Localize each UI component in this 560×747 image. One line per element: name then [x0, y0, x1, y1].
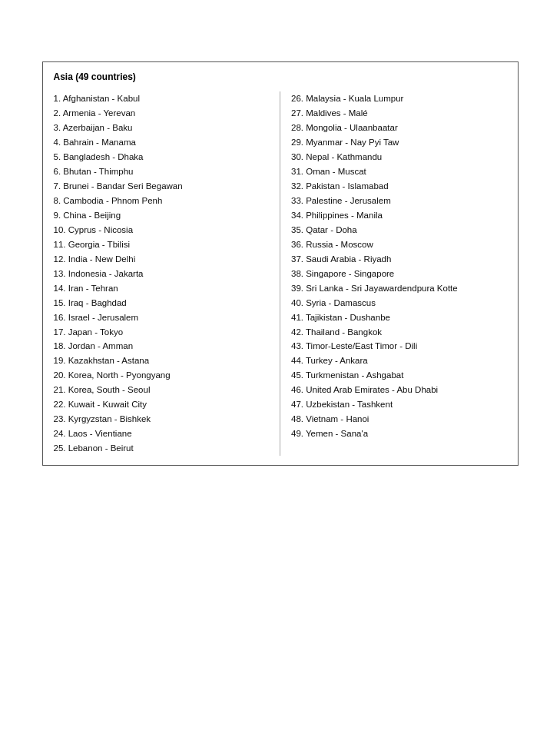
list-item: 26. Malaysia - Kuala Lumpur — [291, 91, 507, 106]
list-item: 39. Sri Lanka - Sri Jayawardendpura Kott… — [291, 281, 507, 296]
table-title: Asia (49 countries) — [54, 71, 507, 82]
list-item: 5. Bangladesh - Dhaka — [54, 150, 270, 164]
list-item: 42. Thailand - Bangkok — [291, 325, 507, 340]
list-item: 20. Korea, North - Pyongyang — [54, 368, 270, 383]
list-item: 14. Iran - Tehran — [54, 281, 270, 296]
list-item: 36. Russia - Moscow — [291, 237, 507, 252]
list-item: 37. Saudi Arabia - Riyadh — [291, 252, 507, 267]
list-item: 21. Korea, South - Seoul — [54, 383, 270, 397]
list-item: 33. Palestine - Jerusalem — [291, 194, 507, 208]
list-item: 9. China - Beijing — [54, 208, 270, 223]
list-item: 13. Indonesia - Jakarta — [54, 267, 270, 281]
list-item: 15. Iraq - Baghdad — [54, 296, 270, 310]
list-item: 22. Kuwait - Kuwait City — [54, 397, 270, 412]
list-item: 41. Tajikistan - Dushanbe — [291, 310, 507, 325]
list-item: 45. Turkmenistan - Ashgabat — [291, 368, 507, 383]
list-item: 35. Qatar - Doha — [291, 223, 507, 237]
list-item: 4. Bahrain - Manama — [54, 135, 270, 150]
list-item: 29. Myanmar - Nay Pyi Taw — [291, 135, 507, 150]
list-item: 3. Azerbaijan - Baku — [54, 121, 270, 135]
list-item: 32. Pakistan - Islamabad — [291, 179, 507, 194]
list-item: 11. Georgia - Tbilisi — [54, 237, 270, 252]
asia-countries-table: Asia (49 countries) 1. Afghanistan - Kab… — [42, 61, 519, 466]
list-item: 27. Maldives - Malé — [291, 106, 507, 121]
list-item: 10. Cyprus - Nicosia — [54, 223, 270, 237]
list-item: 7. Brunei - Bandar Seri Begawan — [54, 179, 270, 194]
left-column: 1. Afghanistan - Kabul2. Armenia - Yerev… — [54, 91, 281, 456]
list-item: 47. Uzbekistan - Tashkent — [291, 397, 507, 412]
list-item: 48. Vietnam - Hanoi — [291, 412, 507, 427]
list-item: 40. Syria - Damascus — [291, 296, 507, 310]
list-item: 49. Yemen - Sana'a — [291, 427, 507, 441]
list-item: 23. Kyrgyzstan - Bishkek — [54, 412, 270, 427]
list-item: 17. Japan - Tokyo — [54, 325, 270, 340]
columns-wrapper: 1. Afghanistan - Kabul2. Armenia - Yerev… — [54, 91, 507, 456]
list-item: 43. Timor-Leste/East Timor - Dili — [291, 339, 507, 354]
list-item: 18. Jordan - Amman — [54, 339, 270, 354]
list-item: 8. Cambodia - Phnom Penh — [54, 194, 270, 208]
list-item: 19. Kazakhstan - Astana — [54, 354, 270, 368]
list-item: 30. Nepal - Kathmandu — [291, 150, 507, 164]
list-item: 2. Armenia - Yerevan — [54, 106, 270, 121]
list-item: 6. Bhutan - Thimphu — [54, 164, 270, 179]
list-item: 31. Oman - Muscat — [291, 164, 507, 179]
list-item: 28. Mongolia - Ulaanbaatar — [291, 121, 507, 135]
list-item: 38. Singapore - Singapore — [291, 267, 507, 281]
list-item: 24. Laos - Vientiane — [54, 427, 270, 441]
list-item: 25. Lebanon - Beirut — [54, 441, 270, 456]
list-item: 1. Afghanistan - Kabul — [54, 91, 270, 106]
list-item: 44. Turkey - Ankara — [291, 354, 507, 368]
list-item: 46. United Arab Emirates - Abu Dhabi — [291, 383, 507, 397]
list-item: 16. Israel - Jerusalem — [54, 310, 270, 325]
list-item: 34. Philippines - Manila — [291, 208, 507, 223]
list-item: 12. India - New Delhi — [54, 252, 270, 267]
right-column: 26. Malaysia - Kuala Lumpur27. Maldives … — [280, 91, 507, 456]
